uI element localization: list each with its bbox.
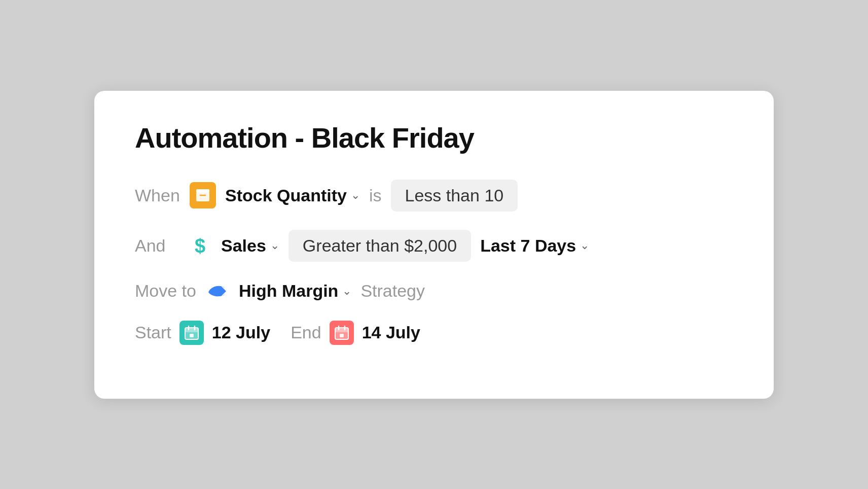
sales-icon: $: [190, 234, 212, 257]
svg-rect-0: [196, 192, 209, 201]
start-date-group: Start 12 July: [135, 321, 270, 345]
time-period-chevron: ⌄: [580, 239, 589, 252]
strategy-icon: [205, 280, 230, 302]
svg-rect-12: [335, 328, 348, 332]
strategy-suffix: Strategy: [360, 281, 425, 301]
rule3-keyword: Move to: [135, 281, 196, 301]
stock-quantity-value[interactable]: Less than 10: [391, 180, 518, 212]
rule2-keyword: And: [135, 236, 180, 256]
strategy-label: High Margin: [239, 281, 338, 301]
start-calendar-icon[interactable]: [179, 321, 204, 345]
time-period-label: Last 7 Days: [480, 236, 576, 256]
time-period-dropdown[interactable]: Last 7 Days ⌄: [480, 236, 589, 256]
strategy-chevron: ⌄: [342, 285, 351, 298]
sales-value[interactable]: Greater than $2,000: [288, 230, 471, 262]
end-date-value[interactable]: 14 July: [362, 323, 420, 342]
strategy-dropdown[interactable]: High Margin ⌄: [239, 281, 351, 301]
stock-quantity-chevron: ⌄: [351, 189, 360, 202]
svg-text:$: $: [195, 235, 205, 256]
stock-quantity-icon: [190, 182, 216, 208]
rule-row-1: When Stock Quantity ⌄ is Less than 10: [135, 180, 733, 212]
rule-row-2: And $ Sales ⌄ Greater than $2,000 Last 7…: [135, 230, 733, 262]
svg-rect-9: [190, 334, 194, 337]
end-date-group: End 14 July: [291, 321, 420, 345]
stock-quantity-dropdown[interactable]: Stock Quantity ⌄: [225, 186, 360, 205]
end-label: End: [291, 323, 321, 342]
start-date-value[interactable]: 12 July: [212, 323, 270, 342]
sales-label: Sales: [221, 236, 266, 256]
end-calendar-icon[interactable]: [330, 321, 354, 345]
svg-rect-15: [340, 334, 344, 337]
svg-rect-6: [185, 328, 198, 332]
rule1-keyword: When: [135, 186, 180, 205]
rule-row-3: Move to High Margin ⌄ Strategy: [135, 280, 733, 302]
page-title: Automation - Black Friday: [135, 121, 733, 154]
stock-quantity-label: Stock Quantity: [225, 186, 347, 205]
sales-dropdown[interactable]: Sales ⌄: [221, 236, 279, 256]
svg-rect-1: [196, 189, 209, 193]
automation-card: Automation - Black Friday When Stock Qua…: [94, 91, 774, 399]
start-label: Start: [135, 323, 171, 342]
dates-row: Start 12 July End: [135, 321, 733, 345]
rule1-operator: is: [369, 186, 382, 205]
sales-chevron: ⌄: [270, 239, 279, 252]
